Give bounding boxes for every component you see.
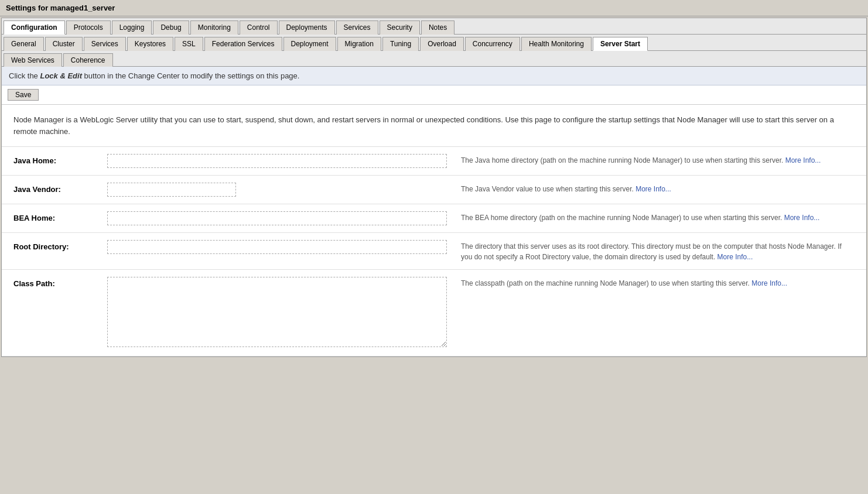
tab-overload[interactable]: Overload xyxy=(420,37,464,51)
tab-server-start[interactable]: Server Start xyxy=(593,37,648,51)
tab-keystores[interactable]: Keystores xyxy=(127,37,173,51)
more-info-link-java-home[interactable]: More Info... xyxy=(785,156,821,164)
tab-protocols[interactable]: Protocols xyxy=(66,20,111,35)
form-area: Java Home:The Java home directory (path … xyxy=(2,147,866,356)
form-row-java-vendor: Java Vendor:The Java Vendor value to use… xyxy=(2,176,866,204)
tab-migration[interactable]: Migration xyxy=(337,37,381,51)
tab-debug[interactable]: Debug xyxy=(153,20,189,35)
java-home-input[interactable] xyxy=(107,154,447,168)
more-info-link-root-directory[interactable]: More Info... xyxy=(717,253,753,261)
tab-federation-services[interactable]: Federation Services xyxy=(204,37,282,51)
tab-services[interactable]: Services xyxy=(336,20,378,35)
bea-home-input[interactable] xyxy=(107,211,447,225)
tab-notes[interactable]: Notes xyxy=(421,20,454,35)
tab-row-1: ConfigurationProtocolsLoggingDebugMonito… xyxy=(2,18,866,35)
more-info-link-bea-home[interactable]: More Info... xyxy=(784,214,820,222)
info-banner-suffix: button in the Change Center to modify th… xyxy=(82,71,299,80)
label-java-vendor: Java Vendor: xyxy=(13,183,107,194)
tab-control[interactable]: Control xyxy=(240,20,278,35)
tab-monitoring[interactable]: Monitoring xyxy=(190,20,238,35)
tab-services[interactable]: Services xyxy=(84,37,126,51)
input-area-root-directory xyxy=(107,240,447,254)
more-info-link-java-vendor[interactable]: More Info... xyxy=(635,185,671,193)
info-banner-prefix: Click the xyxy=(9,71,40,80)
tab-deployments[interactable]: Deployments xyxy=(279,20,335,35)
form-row-bea-home: BEA Home:The BEA home directory (path on… xyxy=(2,204,866,233)
tab-row-3: Web ServicesCoherence xyxy=(2,51,866,67)
tab-web-services[interactable]: Web Services xyxy=(4,53,62,67)
form-row-root-directory: Root Directory:The directory that this s… xyxy=(2,233,866,270)
tab-ssl[interactable]: SSL xyxy=(175,37,203,51)
class-path-textarea[interactable] xyxy=(107,277,447,347)
tab-configuration[interactable]: Configuration xyxy=(4,20,65,35)
tab-logging[interactable]: Logging xyxy=(112,20,152,35)
tab-row-2: GeneralClusterServicesKeystoresSSLFedera… xyxy=(2,35,866,51)
tab-concurrency[interactable]: Concurrency xyxy=(465,37,520,51)
input-area-java-vendor xyxy=(107,183,447,197)
main-container: ConfigurationProtocolsLoggingDebugMonito… xyxy=(1,18,867,357)
label-bea-home: BEA Home: xyxy=(13,211,107,222)
info-banner: Click the Lock & Edit button in the Chan… xyxy=(2,67,866,85)
help-root-directory: The directory that this server uses as i… xyxy=(447,240,855,262)
label-java-home: Java Home: xyxy=(13,154,107,165)
help-bea-home: The BEA home directory (path on the mach… xyxy=(447,211,855,223)
label-root-directory: Root Directory: xyxy=(13,240,107,251)
label-class-path: Class Path: xyxy=(13,277,107,288)
tab-coherence[interactable]: Coherence xyxy=(63,53,113,67)
help-java-vendor: The Java Vendor value to use when starti… xyxy=(447,183,855,194)
tab-general[interactable]: General xyxy=(4,37,44,51)
tab-health-monitoring[interactable]: Health Monitoring xyxy=(521,37,592,51)
root-directory-input[interactable] xyxy=(107,240,447,254)
java-vendor-input[interactable] xyxy=(107,183,236,197)
form-row-class-path: Class Path:The classpath (path on the ma… xyxy=(2,270,866,356)
input-area-bea-home xyxy=(107,211,447,225)
help-java-home: The Java home directory (path on the mac… xyxy=(447,154,855,166)
tab-security[interactable]: Security xyxy=(380,20,420,35)
help-class-path: The classpath (path on the machine runni… xyxy=(447,277,855,289)
page-title: Settings for managed1_server xyxy=(0,0,868,16)
tab-deployment[interactable]: Deployment xyxy=(283,37,336,51)
input-area-class-path xyxy=(107,277,447,349)
tab-cluster[interactable]: Cluster xyxy=(45,37,83,51)
save-button[interactable]: Save xyxy=(8,89,39,101)
info-banner-bold: Lock & Edit xyxy=(40,71,82,80)
tab-tuning[interactable]: Tuning xyxy=(382,37,419,51)
form-row-java-home: Java Home:The Java home directory (path … xyxy=(2,147,866,176)
button-row: Save xyxy=(2,85,866,105)
input-area-java-home xyxy=(107,154,447,168)
more-info-link-class-path[interactable]: More Info... xyxy=(751,279,787,287)
description-area: Node Manager is a WebLogic Server utilit… xyxy=(2,105,866,147)
